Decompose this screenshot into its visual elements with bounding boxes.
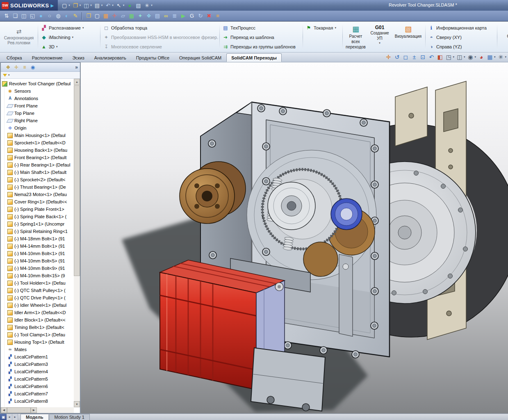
rotate-view-icon[interactable]: ↺	[393, 53, 401, 61]
note-icon[interactable]: ✎	[71, 12, 80, 20]
target-geometry-icon[interactable]: ▱	[119, 12, 127, 20]
command-tab[interactable]: Анализировать	[89, 53, 131, 62]
options-icon[interactable]: ✳	[143, 1, 151, 9]
coordinate-system-icon[interactable]: ✛	[110, 12, 118, 20]
tree-item[interactable]: Nema23 Motor<1> (Defau	[1, 191, 74, 198]
ribbon-3d-milling-button[interactable]: ▲3D▾	[39, 42, 99, 51]
select-dropdown-icon[interactable]: ▾	[123, 4, 125, 7]
tree-item[interactable]: Front Bearing<1> (Default	[1, 154, 74, 161]
tree-item[interactable]: (-) Spring Plate Front<1>	[1, 205, 74, 213]
scrollbar-thumb[interactable]	[7, 407, 31, 413]
sync-cam-icon[interactable]: ↻	[196, 12, 205, 20]
undo-dropdown-icon[interactable]: ▾	[112, 4, 114, 7]
tree-item[interactable]: (-) M4-10mm Bolt<1> (91	[1, 250, 74, 257]
save-dropdown-icon[interactable]: ▾	[90, 4, 92, 7]
ribbon-recognition-button[interactable]: ▞Распознавание▾	[39, 23, 99, 32]
scroll-up-icon[interactable]: ▲	[74, 79, 80, 85]
model-tab-scroll-left-icon[interactable]: ◂	[7, 414, 12, 420]
tree-item[interactable]: Sensors	[1, 87, 74, 95]
print-dropdown-icon[interactable]: ▾	[101, 4, 103, 7]
ribbon-imachining-button[interactable]: ◆iMachining▾	[39, 32, 99, 42]
window-split-icon[interactable]: ◫	[20, 12, 28, 20]
apply-scene-dropdown-icon[interactable]: ▾	[494, 55, 496, 59]
tree-item[interactable]: Sprocket<1> (Default<<D	[1, 139, 74, 146]
tree-item[interactable]: LocalCirPattern8	[1, 397, 74, 405]
command-tab[interactable]: Эскиз	[67, 53, 89, 62]
open-icon[interactable]: ❐	[71, 1, 80, 9]
display-style-icon[interactable]: ◫	[456, 53, 464, 61]
scroll-down-icon[interactable]: ▼	[74, 401, 80, 407]
display-style-dropdown-icon[interactable]: ▾	[464, 55, 465, 59]
cam-part-data-icon[interactable]: ▢	[93, 12, 101, 20]
dropdown-caret-icon[interactable]: ▾	[72, 36, 74, 39]
tree-item[interactable]: Top Plane	[1, 110, 74, 117]
featuremanager-tree-tab-icon[interactable]: ❖	[5, 64, 12, 71]
tree-filter-bar[interactable]: ▾	[1, 72, 80, 79]
bottom-tab[interactable]: Motion Study 1	[49, 414, 90, 420]
tree-item[interactable]: (-) QTC Drive Pulley<1> (	[1, 294, 74, 301]
close-cam-icon[interactable]: ✖	[205, 12, 213, 20]
dropdown-caret-icon[interactable]: ▾	[82, 26, 84, 30]
new-document-dropdown-icon[interactable]: ▾	[68, 4, 70, 7]
tree-item[interactable]: (-) Spiral Retaining Ring<1	[1, 228, 74, 235]
chain-geometry-icon[interactable]: ∞	[162, 12, 170, 20]
previous-view-icon[interactable]: ↶	[427, 53, 435, 61]
tree-item[interactable]: Origin	[1, 124, 74, 132]
tree-item[interactable]: (-) Tool Clamp<1> (Defau	[1, 331, 74, 338]
shaded-sphere-icon[interactable]: ●	[37, 12, 45, 20]
panel-expand-chevron-icon[interactable]: »	[75, 64, 79, 70]
command-tab[interactable]: SolidCAM Переходы	[226, 53, 282, 62]
tree-item[interactable]: Houseing Back<1> (Defau	[1, 146, 74, 154]
model-tab-scroll-right-icon[interactable]: ▸	[12, 414, 18, 420]
command-tab[interactable]: Расположение	[27, 53, 68, 62]
view-orientation-icon[interactable]: ◳	[444, 53, 453, 61]
pane-corner-icon[interactable]: ▣	[0, 414, 7, 420]
tree-item[interactable]: LocalCirPattern7	[1, 390, 74, 397]
tree-horizontal-scrollbar[interactable]: ◀ ▶	[1, 407, 74, 413]
tree-item[interactable]: Main Housing<1> (Defaul	[1, 132, 74, 139]
filter-dropdown-icon[interactable]: ▾	[8, 73, 10, 77]
apply-scene-icon[interactable]: ▦	[486, 53, 494, 61]
dropdown-caret-icon[interactable]: ▾	[335, 26, 336, 30]
displaymanager-tab-icon[interactable]: ◉	[29, 64, 36, 71]
pan-icon[interactable]: ✛	[384, 53, 392, 61]
scrollbar-thumb[interactable]	[74, 85, 80, 276]
scroll-left-icon[interactable]: ◀	[1, 407, 7, 413]
tree-item[interactable]: (-) M4-10mm Bolt<15> (9	[1, 272, 74, 279]
tree-vertical-scrollbar[interactable]: ▲ ▼	[74, 79, 80, 407]
ribbon-top-view-button[interactable]: ◓Сверху (XY)	[427, 32, 497, 42]
scroll-right-icon[interactable]: ▶	[31, 407, 37, 413]
tree-item[interactable]: LocalCirPattern6	[1, 383, 74, 390]
tree-item[interactable]: LocalCirPattern5	[1, 375, 74, 383]
tree-item[interactable]: (-) M4-10mm Bolt<5> (91	[1, 257, 74, 265]
new-document-icon[interactable]: ▢	[60, 1, 68, 9]
configurationmanager-tab-icon[interactable]: ≡	[21, 64, 28, 71]
command-tab[interactable]: Операция SolidCAM	[174, 53, 226, 62]
window-quad-icon[interactable]: ◱	[28, 12, 36, 20]
tree-item[interactable]: Annotations	[1, 95, 74, 102]
hide-show-items-icon[interactable]: ◉	[466, 53, 474, 61]
cam-open-icon[interactable]: ❐	[84, 12, 93, 20]
tree-item[interactable]: (-) Sprocket<2> (Default<	[1, 176, 74, 183]
ribbon-operation-from-template-button[interactable]: ➜Переход из шаблона	[221, 32, 302, 42]
undo-icon[interactable]: ↶	[104, 1, 112, 9]
hide-show-items-dropdown-icon[interactable]: ▾	[474, 55, 476, 59]
hidden-lines-sphere-icon[interactable]: ◍	[54, 12, 62, 20]
ribbon-sync-turret-button[interactable]: ⇄ Синхронизация Рев.головки	[1, 23, 37, 50]
zoom-in-out-icon[interactable]: ±	[410, 53, 418, 61]
bottom-tab[interactable]: Модель	[21, 414, 49, 420]
ribbon-right-view-button[interactable]: ◑Справа (YZ)	[427, 42, 497, 51]
tree-item[interactable]: (-) Tool Holder<1> (Defau	[1, 279, 74, 287]
tree-item[interactable]: (-) M4-10mm Bolt<9> (91	[1, 265, 74, 272]
wireframe-sphere-icon[interactable]: ○	[46, 12, 54, 20]
window-pane-icon[interactable]: ❏	[11, 12, 19, 20]
ribbon-simulation-button[interactable]: ▧ Визуализация	[392, 23, 424, 51]
file-properties-icon[interactable]: ▧	[134, 1, 142, 9]
tree-item[interactable]: LocalCirPattern3	[1, 361, 74, 368]
tree-item[interactable]: (-) M4-18mm Bolt<1> (91	[1, 235, 74, 242]
dropdown-caret-icon[interactable]: ▾	[56, 45, 58, 48]
post-settings-icon[interactable]: ≡	[214, 12, 222, 20]
view-orientation-dropdown-icon[interactable]: ▾	[453, 55, 454, 59]
select-icon[interactable]: ↖	[115, 1, 123, 9]
propertymanager-tab-icon[interactable]: ✛	[13, 64, 20, 71]
